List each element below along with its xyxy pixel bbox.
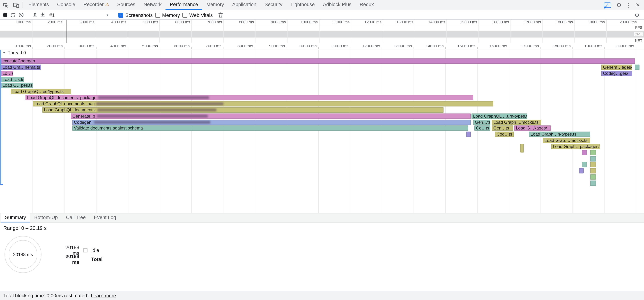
tab-security[interactable]: Security bbox=[260, 0, 286, 10]
device-toolbar-button[interactable] bbox=[10, 0, 21, 10]
details-tab-summary[interactable]: Summary bbox=[1, 213, 30, 222]
flamechart-time-ruler[interactable]: 1000 ms2000 ms3000 ms4000 ms5000 ms6000 … bbox=[0, 43, 644, 49]
tab-recorder[interactable]: Recorder⚠ bbox=[79, 0, 113, 10]
flame-event[interactable] bbox=[590, 174, 596, 180]
flame-event-label: Lo…s bbox=[2, 71, 13, 76]
flame-event[interactable]: Load GraphQL …urn-types.ts bbox=[472, 113, 528, 119]
flame-event[interactable] bbox=[582, 150, 587, 155]
tab-adblock-plus[interactable]: Adblock Plus bbox=[319, 0, 356, 10]
flame-event[interactable] bbox=[590, 150, 596, 155]
flame-chart[interactable]: ▼ Thread 0 executeCodegenLoad Gra…hema.t… bbox=[0, 50, 644, 213]
flame-event-label: Load G…kages/ bbox=[516, 126, 547, 130]
flame-event[interactable] bbox=[590, 168, 596, 174]
ruler-tick-mark bbox=[445, 47, 446, 49]
flame-event[interactable]: Load GraphQ…ed/types.ts bbox=[10, 89, 71, 94]
details-tab-call-tree[interactable]: Call Tree bbox=[62, 213, 90, 222]
timeline-overview[interactable]: 1000 ms2000 ms3000 ms4000 ms5000 ms6000 … bbox=[0, 20, 644, 43]
flame-event[interactable]: Load G…pes.ts bbox=[1, 83, 33, 88]
checkbox-screenshots[interactable]: ✓Screenshots bbox=[118, 12, 152, 18]
flame-event-label: Genera…ages/ bbox=[603, 65, 632, 69]
flame-event[interactable]: Load Graph…n-types.ts bbox=[529, 132, 590, 137]
flame-event[interactable]: executeCodegen bbox=[1, 59, 635, 64]
flame-event[interactable]: Genera…ages/ bbox=[602, 64, 632, 70]
flame-event[interactable]: Codeg…ges/ bbox=[602, 71, 632, 76]
flame-event[interactable]: Load Gra…hema.ts bbox=[1, 64, 41, 70]
tab-label: Memory bbox=[206, 2, 224, 7]
devtools-controls: 3 ⚙ ⋮ × bbox=[604, 0, 644, 10]
performance-toolbar: #1 ▾ ✓ScreenshotsMemoryWeb Vitals ⚙ bbox=[0, 11, 644, 20]
tab-network[interactable]: Network bbox=[140, 0, 166, 10]
thread-toggle[interactable]: ▼ Thread 0 bbox=[2, 50, 26, 55]
warning-icon: ⚠ bbox=[105, 3, 109, 7]
tab-label: Security bbox=[264, 2, 282, 7]
kebab-menu-icon[interactable]: ⋮ bbox=[624, 2, 632, 8]
flame-event[interactable] bbox=[466, 132, 471, 137]
flame-event-label: Gen…ts bbox=[475, 120, 490, 124]
checkbox-label: Screenshots bbox=[125, 12, 152, 18]
settings-gear-icon[interactable]: ⚙ bbox=[615, 2, 623, 8]
flame-event[interactable]: Load G…kages/ bbox=[514, 126, 551, 131]
flame-event[interactable]: Load …s.ts bbox=[1, 77, 24, 82]
flame-event[interactable] bbox=[635, 64, 639, 70]
reload-and-record-button[interactable] bbox=[10, 13, 16, 18]
overview-tick-label: 5000 ms bbox=[143, 20, 160, 25]
tab-console[interactable]: Console bbox=[53, 0, 79, 10]
tab-label: Sources bbox=[117, 2, 135, 7]
overview-tick-label: 19000 ms bbox=[588, 20, 606, 25]
flame-event[interactable]: Load GraphQL documents: bbox=[42, 107, 443, 113]
flame-event[interactable]: Validate documents against schema bbox=[72, 126, 468, 131]
ruler-tick-label: 7000 ms bbox=[206, 44, 223, 48]
redacted-text bbox=[96, 102, 224, 105]
flame-event[interactable]: Load Grap…/mocks.ts bbox=[543, 138, 590, 143]
flame-event[interactable] bbox=[590, 162, 596, 168]
lane-label-fps: FPS bbox=[634, 26, 643, 30]
flame-event[interactable]: Load GraphQL documents: pac bbox=[33, 101, 493, 107]
overview-tick-label: 16000 ms bbox=[492, 20, 510, 25]
flame-event[interactable]: Gen…ts bbox=[492, 126, 513, 131]
flame-event[interactable]: Load Graph…/mocks.ts bbox=[492, 119, 542, 125]
overview-gridline bbox=[32, 20, 32, 43]
inspect-element-button[interactable] bbox=[0, 0, 10, 10]
checkbox-memory[interactable]: Memory bbox=[155, 12, 180, 18]
tab-sources[interactable]: Sources bbox=[113, 0, 139, 10]
tab-memory[interactable]: Memory bbox=[202, 0, 228, 10]
trash-icon bbox=[218, 13, 223, 18]
flame-event[interactable]: Load GraphQL documents: package bbox=[25, 95, 473, 100]
capture-settings-button[interactable]: ⚙ bbox=[633, 12, 641, 18]
history-select[interactable]: #1 ▾ bbox=[48, 12, 110, 18]
details-tab-event-log[interactable]: Event Log bbox=[90, 213, 120, 222]
flame-event[interactable]: Co…ts bbox=[474, 126, 490, 131]
load-profile-button[interactable] bbox=[32, 13, 38, 18]
learn-more-link[interactable]: Learn more bbox=[91, 293, 116, 298]
tab-performance[interactable]: Performance bbox=[166, 0, 202, 10]
tab-elements[interactable]: Elements bbox=[24, 0, 53, 10]
delete-recording-button[interactable] bbox=[218, 13, 223, 18]
flame-event[interactable]: Load Graph…packages/ bbox=[551, 144, 600, 149]
flame-event[interactable]: Codegen: bbox=[72, 119, 470, 125]
flame-event[interactable] bbox=[590, 180, 596, 186]
tab-label: Redux bbox=[360, 2, 374, 7]
save-profile-button[interactable] bbox=[40, 13, 45, 18]
flame-gridline bbox=[96, 50, 96, 213]
console-messages-badge[interactable]: 3 bbox=[604, 2, 611, 8]
tab-redux[interactable]: Redux bbox=[356, 0, 378, 10]
details-tab-bottom-up[interactable]: Bottom-Up bbox=[30, 213, 62, 222]
overview-gridline bbox=[383, 20, 383, 43]
tab-application[interactable]: Application bbox=[228, 0, 260, 10]
flame-event[interactable]: Generate: p bbox=[70, 113, 470, 119]
flame-event[interactable] bbox=[520, 144, 524, 153]
flame-event[interactable]: Cod…ts bbox=[495, 132, 514, 137]
flame-event[interactable] bbox=[579, 168, 584, 174]
record-button[interactable] bbox=[3, 13, 7, 17]
flame-event[interactable] bbox=[590, 156, 596, 162]
flame-event[interactable]: Gen…ts bbox=[473, 119, 490, 125]
flame-event-label: Codegen: bbox=[74, 120, 92, 124]
clear-button[interactable] bbox=[18, 13, 24, 18]
tab-lighthouse[interactable]: Lighthouse bbox=[286, 0, 319, 10]
checkbox-web-vitals[interactable]: Web Vitals bbox=[182, 12, 213, 18]
overview-marker bbox=[66, 20, 68, 43]
close-icon[interactable]: × bbox=[634, 1, 642, 9]
tab-label: Network bbox=[144, 2, 162, 7]
flame-event[interactable] bbox=[582, 162, 587, 168]
ruler-tick-mark bbox=[604, 47, 604, 49]
